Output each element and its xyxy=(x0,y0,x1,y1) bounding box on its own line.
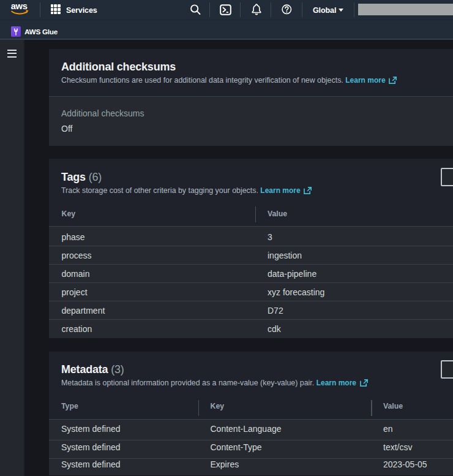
svg-text:aws: aws xyxy=(11,2,28,11)
